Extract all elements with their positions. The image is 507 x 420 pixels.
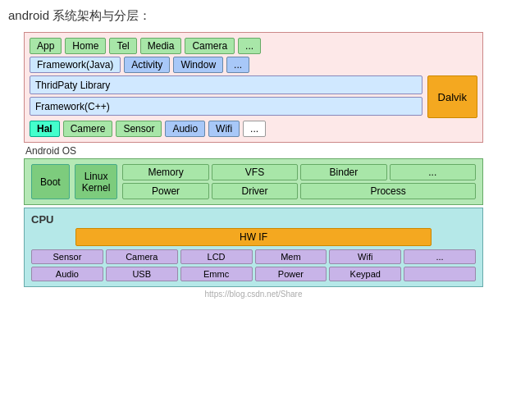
vfs-cell: VFS	[212, 164, 298, 180]
hw-emmc: Emmc	[180, 267, 253, 281]
thirdparty-library-box: ThridPaty Library	[30, 75, 422, 94]
hal-row: Hal Camere Sensor Audio Wifi ...	[30, 121, 477, 137]
hw-audio: Audio	[31, 267, 103, 281]
driver-cell: Driver	[212, 183, 298, 199]
hw-usb: USB	[106, 267, 178, 281]
framework-cpp-label: Framework(C++)	[35, 101, 110, 112]
hw-grid: Sensor Camera LCD Mem Wifi ... Audio USB…	[31, 249, 476, 281]
page-title: android 系统架构与分层：	[8, 8, 499, 24]
hw-camera: Camera	[106, 249, 178, 264]
app-chip: App	[30, 38, 62, 54]
hw-lcd: LCD	[180, 249, 253, 264]
tel-chip: Tel	[109, 38, 136, 54]
hw-more: ...	[404, 249, 476, 264]
kernel-layer: Boot LinuxKernel Memory VFS Binder ... P…	[24, 158, 483, 205]
camera-chip: Camera	[185, 38, 235, 54]
hal-chip: Hal	[30, 121, 60, 137]
app-layer-row: App Home Tel Media Camera ...	[30, 38, 477, 54]
window-chip: Window	[173, 57, 223, 73]
sensor-chip: Sensor	[116, 121, 162, 137]
hw-keypad: Keypad	[329, 267, 401, 281]
framework-more-chip: ...	[226, 57, 249, 73]
linux-kernel-chip: LinuxKernel	[75, 164, 118, 199]
framework-java-row: Framework(Java) Activity Window ...	[30, 57, 477, 73]
activity-chip: Activity	[124, 57, 170, 73]
app-framework-box: App Home Tel Media Camera ... Framework(…	[24, 32, 483, 143]
hal-more-chip: ...	[243, 121, 266, 137]
kernel-row: Boot LinuxKernel Memory VFS Binder ... P…	[31, 164, 476, 199]
kernel-more-cell: ...	[390, 164, 476, 180]
cpu-layer: CPU HW IF Sensor Camera LCD Mem Wifi ...…	[24, 208, 483, 287]
watermark: https://blog.csdn.net/Share	[24, 290, 483, 299]
thirdparty-left: ThridPaty Library Framework(C++)	[30, 75, 422, 118]
framework-java-chip: Framework(Java)	[30, 57, 121, 73]
kernel-grid: Memory VFS Binder ... Power Driver Proce…	[122, 164, 476, 199]
audio-chip: Audio	[165, 121, 205, 137]
media-chip: Media	[140, 38, 182, 54]
hw-power: Power	[255, 267, 327, 281]
home-chip: Home	[65, 38, 106, 54]
binder-cell: Binder	[300, 164, 386, 180]
app-more-chip: ...	[238, 38, 261, 54]
hw-mem: Mem	[255, 249, 327, 264]
hw-sensor: Sensor	[31, 249, 103, 264]
hw-wifi: Wifi	[329, 249, 401, 264]
memory-cell: Memory	[122, 164, 208, 180]
dalvik-chip: Dalvik	[427, 75, 477, 118]
process-cell: Process	[300, 183, 476, 199]
power-cell: Power	[122, 183, 208, 199]
camere-chip: Camere	[63, 121, 113, 137]
diagram: App Home Tel Media Camera ... Framework(…	[24, 32, 483, 299]
boot-chip: Boot	[31, 164, 70, 199]
wifi-chip: Wifi	[208, 121, 240, 137]
thirdparty-dalvik-wrap: ThridPaty Library Framework(C++) Dalvik	[30, 75, 477, 118]
framework-cpp-box: Framework(C++)	[30, 97, 422, 116]
android-os-label: Android OS	[25, 145, 483, 157]
thirdparty-library-label: ThridPaty Library	[35, 80, 110, 91]
cpu-label: CPU	[31, 213, 476, 226]
hw-if-bar: HW IF	[75, 228, 432, 246]
hw-empty	[404, 267, 476, 281]
